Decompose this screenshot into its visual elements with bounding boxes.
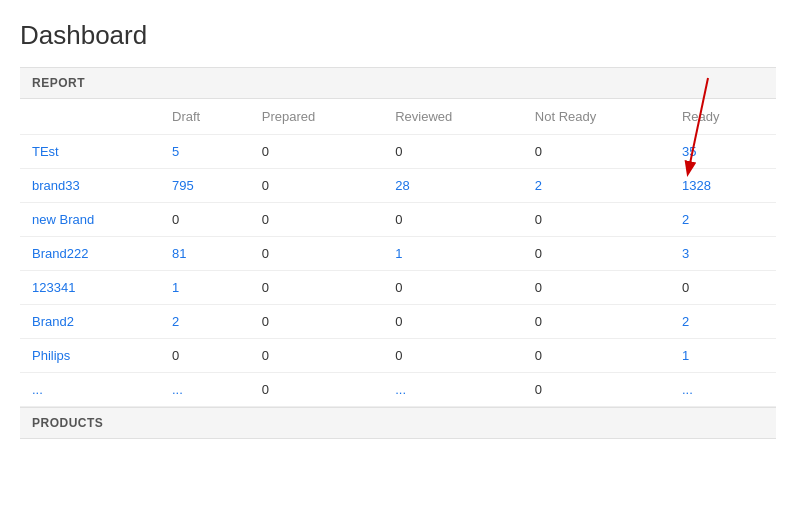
count-link[interactable]: 3 xyxy=(682,246,689,261)
data-cell[interactable]: 2 xyxy=(670,203,776,237)
brand-link[interactable]: Brand2 xyxy=(32,314,74,329)
data-cell: 0 xyxy=(383,339,523,373)
brand-link[interactable]: Brand222 xyxy=(32,246,88,261)
count-link[interactable]: 2 xyxy=(172,314,179,329)
data-cell[interactable]: 1 xyxy=(160,271,250,305)
data-cell[interactable]: 1 xyxy=(383,237,523,271)
data-cell[interactable]: 2 xyxy=(160,305,250,339)
data-cell: 0 xyxy=(383,135,523,169)
data-cell: 0 xyxy=(523,271,670,305)
brand-name-cell[interactable]: 123341 xyxy=(20,271,160,305)
brand-name-cell[interactable]: ... xyxy=(20,373,160,407)
brand-link[interactable]: Philips xyxy=(32,348,70,363)
data-cell: 0 xyxy=(160,339,250,373)
brand-link[interactable]: ... xyxy=(32,382,43,397)
count-link[interactable]: 1 xyxy=(172,280,179,295)
data-cell: 0 xyxy=(250,237,383,271)
data-cell[interactable]: 5 xyxy=(160,135,250,169)
data-cell[interactable]: 795 xyxy=(160,169,250,203)
brand-link[interactable]: TEst xyxy=(32,144,59,159)
table-row: TEst500035 xyxy=(20,135,776,169)
count-link[interactable]: 2 xyxy=(682,314,689,329)
col-header-draft: Draft xyxy=(160,99,250,135)
data-cell: 0 xyxy=(523,373,670,407)
data-cell: 0 xyxy=(250,339,383,373)
col-header-notready: Not Ready xyxy=(523,99,670,135)
table-row: Brand220002 xyxy=(20,305,776,339)
data-cell[interactable]: ... xyxy=(160,373,250,407)
data-cell: 0 xyxy=(523,237,670,271)
data-cell[interactable]: 1 xyxy=(670,339,776,373)
col-header-ready: Ready xyxy=(670,99,776,135)
table-row: new Brand00002 xyxy=(20,203,776,237)
data-cell[interactable]: ... xyxy=(670,373,776,407)
count-link[interactable]: ... xyxy=(682,382,693,397)
data-cell[interactable]: 35 xyxy=(670,135,776,169)
brand-name-cell[interactable]: Brand2 xyxy=(20,305,160,339)
data-cell: 0 xyxy=(250,271,383,305)
count-link[interactable]: 1 xyxy=(682,348,689,363)
page-title: Dashboard xyxy=(20,20,776,51)
brand-link[interactable]: brand33 xyxy=(32,178,80,193)
data-cell: 0 xyxy=(250,305,383,339)
count-link[interactable]: 2 xyxy=(682,212,689,227)
data-cell[interactable]: ... xyxy=(383,373,523,407)
col-header-prepared: Prepared xyxy=(250,99,383,135)
count-link[interactable]: 35 xyxy=(682,144,696,159)
data-cell: 0 xyxy=(383,271,523,305)
count-link[interactable]: 795 xyxy=(172,178,194,193)
count-link[interactable]: 5 xyxy=(172,144,179,159)
col-header-reviewed: Reviewed xyxy=(383,99,523,135)
report-section-header: REPORT xyxy=(20,67,776,99)
count-link[interactable]: 1 xyxy=(395,246,402,261)
count-link[interactable]: 2 xyxy=(535,178,542,193)
data-cell: 0 xyxy=(160,203,250,237)
data-cell[interactable]: 2 xyxy=(670,305,776,339)
count-link[interactable]: 81 xyxy=(172,246,186,261)
data-cell: 0 xyxy=(250,169,383,203)
brand-name-cell[interactable]: brand33 xyxy=(20,169,160,203)
count-link[interactable]: 28 xyxy=(395,178,409,193)
table-row: 12334110000 xyxy=(20,271,776,305)
data-cell: 0 xyxy=(523,135,670,169)
brand-name-cell[interactable]: TEst xyxy=(20,135,160,169)
data-cell[interactable]: 2 xyxy=(523,169,670,203)
data-cell: 0 xyxy=(523,305,670,339)
table-header-row: Draft Prepared Reviewed Not Ready Ready xyxy=(20,99,776,135)
data-cell[interactable]: 3 xyxy=(670,237,776,271)
data-cell: 0 xyxy=(250,373,383,407)
table-row: Philips00001 xyxy=(20,339,776,373)
brand-name-cell[interactable]: Brand222 xyxy=(20,237,160,271)
brand-name-cell[interactable]: Philips xyxy=(20,339,160,373)
data-cell: 0 xyxy=(250,135,383,169)
brand-link[interactable]: new Brand xyxy=(32,212,94,227)
count-link[interactable]: 1328 xyxy=(682,178,711,193)
data-cell[interactable]: 1328 xyxy=(670,169,776,203)
data-cell: 0 xyxy=(523,203,670,237)
table-row: ......0...0... xyxy=(20,373,776,407)
data-cell: 0 xyxy=(383,203,523,237)
col-header-name xyxy=(20,99,160,135)
brand-link[interactable]: 123341 xyxy=(32,280,75,295)
data-cell: 0 xyxy=(250,203,383,237)
brand-name-cell[interactable]: new Brand xyxy=(20,203,160,237)
report-table: Draft Prepared Reviewed Not Ready Ready … xyxy=(20,99,776,407)
data-cell: 0 xyxy=(670,271,776,305)
data-cell[interactable]: 81 xyxy=(160,237,250,271)
count-link[interactable]: ... xyxy=(395,382,406,397)
table-row: brand3379502821328 xyxy=(20,169,776,203)
data-cell: 0 xyxy=(523,339,670,373)
products-section-header: PRODUCTS xyxy=(20,407,776,439)
count-link[interactable]: ... xyxy=(172,382,183,397)
data-cell: 0 xyxy=(383,305,523,339)
page-container: Dashboard REPORT Draft Prepared Reviewed… xyxy=(0,0,796,439)
data-cell[interactable]: 28 xyxy=(383,169,523,203)
table-row: Brand222810103 xyxy=(20,237,776,271)
